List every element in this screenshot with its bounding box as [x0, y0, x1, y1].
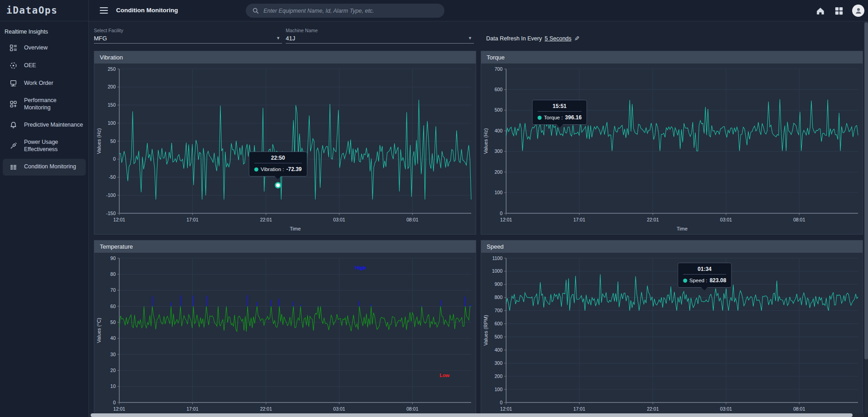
svg-text:300: 300 — [494, 360, 502, 366]
data-refresh-setting: Data Refresh In Every 5 Seconds ✎ — [486, 35, 580, 42]
svg-text:10: 10 — [110, 383, 116, 389]
tooltip-time: 01:34 — [683, 266, 726, 275]
sidebar-item-overview[interactable]: Overview — [3, 39, 86, 56]
machine-label: Machine Name — [286, 28, 474, 33]
sidebar-item-performance-monitoring[interactable]: Performance Monitoring — [3, 93, 86, 116]
vertical-scrollbar[interactable] — [864, 21, 868, 413]
svg-text:Values (°C): Values (°C) — [96, 318, 102, 343]
facility-value: MFG — [94, 35, 282, 42]
temperature-chart-canvas[interactable]: 908070605040302010012:0117:0122:0103:010… — [94, 253, 476, 417]
condition-monitoring-icon — [10, 163, 17, 171]
svg-text:17:01: 17:01 — [573, 217, 585, 222]
user-avatar-icon[interactable] — [852, 5, 864, 17]
speed-chart: 11001000900800700600500400300200100012:0… — [481, 253, 863, 417]
sidebar-item-work-order[interactable]: Work Order — [3, 75, 86, 92]
tooltip-label: Torque : — [544, 115, 563, 120]
svg-text:0: 0 — [500, 211, 502, 216]
home-icon[interactable] — [815, 5, 826, 16]
sidebar-nav: Overview OEE Work Order Performance Moni… — [0, 39, 88, 176]
svg-text:High: High — [355, 265, 366, 270]
svg-text:Time: Time — [677, 226, 688, 231]
svg-text:-150: -150 — [106, 211, 116, 216]
sidebar-item-condition-monitoring[interactable]: Condition Monitoring — [3, 159, 86, 176]
temperature-chart: 908070605040302010012:0117:0122:0103:010… — [94, 253, 476, 417]
svg-text:Low: Low — [439, 373, 449, 378]
horizontal-scrollbar[interactable] — [89, 413, 864, 417]
svg-text:900: 900 — [494, 281, 502, 287]
svg-text:700: 700 — [494, 308, 502, 313]
svg-text:12:01: 12:01 — [500, 406, 512, 412]
svg-text:600: 600 — [494, 87, 502, 92]
sidebar-item-predictive-maintenance[interactable]: Predictive Maintenance — [3, 117, 86, 133]
speed-chart-canvas[interactable]: 11001000900800700600500400300200100012:0… — [481, 253, 863, 417]
sidebar-item-oee[interactable]: OEE — [3, 57, 86, 74]
svg-text:08:01: 08:01 — [793, 217, 805, 222]
facility-label: Select Facility — [94, 28, 282, 33]
svg-text:03:01: 03:01 — [333, 406, 345, 412]
series-dot-icon — [254, 167, 258, 172]
speed-panel: Speed 1100100090080070060050040030020010… — [481, 240, 863, 417]
tooltip-time: 22:50 — [254, 155, 302, 163]
sidebar-item-power-usage-effectiveness[interactable]: Power Usage Effectiveness — [3, 134, 86, 157]
svg-text:70: 70 — [110, 287, 116, 293]
chevron-down-icon: ▼ — [468, 36, 472, 40]
svg-text:150: 150 — [107, 102, 116, 108]
svg-text:12:01: 12:01 — [113, 406, 125, 412]
machine-select[interactable]: Machine Name 41J ▼ — [286, 28, 474, 44]
search-box[interactable] — [246, 4, 444, 18]
hamburger-menu-icon[interactable] — [100, 7, 108, 15]
panel-title: Temperature — [94, 240, 476, 253]
vertical-scrollbar-thumb[interactable] — [864, 22, 868, 359]
svg-text:200: 200 — [494, 169, 502, 175]
panel-title: Torque — [481, 51, 863, 64]
machine-value: 41J — [286, 35, 474, 42]
svg-text:03:01: 03:01 — [333, 217, 345, 222]
horizontal-scrollbar-thumb[interactable] — [91, 413, 853, 417]
svg-text:12:01: 12:01 — [500, 217, 512, 222]
topbar-actions — [815, 0, 864, 21]
svg-text:20: 20 — [110, 368, 116, 373]
sidebar-item-label: Performance Monitoring — [24, 97, 83, 111]
svg-text:03:01: 03:01 — [720, 217, 732, 222]
torque-chart-canvas[interactable]: 700600500400300200100012:0117:0122:0103:… — [481, 64, 863, 234]
sidebar-item-label: OEE — [24, 62, 36, 69]
tooltip-row: Torque : 396.16 — [537, 114, 581, 121]
vibration-panel: Vibration 250200150100500-50-100-15012:0… — [94, 51, 476, 235]
search-icon — [252, 7, 259, 14]
svg-text:30: 30 — [110, 352, 116, 357]
svg-text:80: 80 — [110, 271, 116, 277]
facility-select[interactable]: Select Facility MFG ▼ — [94, 28, 282, 44]
svg-text:-50: -50 — [109, 174, 116, 180]
topbar: Condition Monitoring — [89, 0, 868, 21]
svg-text:Values (RPM): Values (RPM) — [483, 315, 488, 346]
sidebar-item-label: Overview — [24, 44, 48, 52]
vibration-chart: 250200150100500-50-100-15012:0117:0122:0… — [94, 64, 476, 234]
svg-text:400: 400 — [494, 128, 502, 133]
apps-grid-icon[interactable] — [834, 5, 844, 16]
refresh-prefix: Data Refresh In Every — [486, 35, 542, 42]
sidebar: iDataOps Realtime Insights Overview OEE … — [0, 0, 89, 417]
svg-text:60: 60 — [110, 304, 116, 309]
vibration-chart-canvas[interactable]: 250200150100500-50-100-15012:0117:0122:0… — [94, 64, 476, 234]
page-title: Condition Monitoring — [116, 7, 178, 14]
svg-text:Values (Hz): Values (Hz) — [96, 128, 102, 154]
search-input[interactable] — [263, 8, 438, 14]
svg-text:12:01: 12:01 — [113, 217, 125, 222]
pencil-edit-icon[interactable]: ✎ — [574, 35, 580, 42]
temperature-panel: Temperature 908070605040302010012:0117:0… — [94, 240, 476, 417]
svg-text:17:01: 17:01 — [573, 406, 585, 412]
svg-text:22:01: 22:01 — [260, 217, 272, 222]
svg-text:800: 800 — [494, 294, 502, 300]
svg-text:08:01: 08:01 — [793, 406, 805, 412]
svg-text:200: 200 — [494, 373, 502, 379]
svg-text:50: 50 — [110, 319, 116, 325]
series-dot-icon — [537, 116, 541, 120]
torque-panel: Torque 700600500400300200100012:0117:012… — [481, 51, 863, 235]
refresh-interval-link[interactable]: 5 Seconds — [545, 35, 571, 42]
svg-text:17:01: 17:01 — [186, 217, 198, 222]
panel-title: Vibration — [94, 51, 476, 64]
predictive-maintenance-icon — [10, 121, 17, 129]
filter-bar: Select Facility MFG ▼ Machine Name 41J ▼… — [89, 21, 868, 51]
svg-text:0: 0 — [113, 156, 116, 162]
overview-icon — [10, 44, 17, 52]
